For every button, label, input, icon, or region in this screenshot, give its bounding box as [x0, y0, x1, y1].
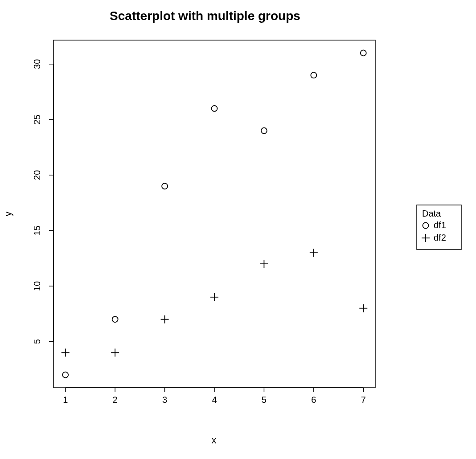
svg-point-21	[311, 72, 316, 78]
svg-point-20	[261, 128, 267, 134]
x-tick-label: 2	[113, 395, 118, 405]
svg-rect-0	[53, 40, 375, 388]
chart-container: Scatterplot with multiple groups y x 123…	[0, 0, 476, 459]
x-tick-label: 7	[361, 395, 366, 405]
y-tick-label: 30	[32, 59, 42, 69]
y-tick-label: 15	[32, 225, 42, 235]
x-tick-label: 5	[262, 395, 267, 405]
legend-item-label: df1	[434, 220, 446, 230]
svg-point-19	[212, 106, 217, 111]
y-tick-label: 25	[32, 115, 42, 124]
svg-point-22	[361, 50, 366, 56]
x-tick-label: 4	[212, 395, 217, 405]
legend-title: Data	[422, 209, 441, 218]
y-tick-label: 10	[32, 281, 42, 291]
legend-item-label: df2	[434, 233, 446, 242]
x-tick-label: 6	[311, 395, 316, 405]
y-tick-label: 5	[32, 339, 42, 344]
svg-point-17	[112, 316, 118, 322]
svg-point-16	[62, 372, 68, 378]
x-tick-label: 3	[162, 395, 167, 405]
x-tick-label: 1	[63, 395, 68, 405]
y-tick-label: 20	[32, 170, 42, 180]
chart-svg: 123456751015202530Datadf1df2	[0, 0, 476, 459]
svg-point-18	[162, 183, 168, 189]
